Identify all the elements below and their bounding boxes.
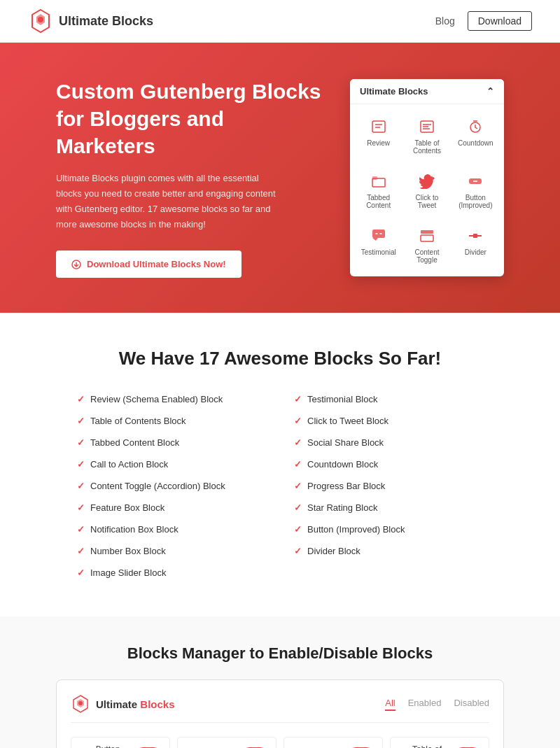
- blocks-list-section: We Have 17 Awesome Blocks So Far! ✓Revie…: [0, 313, 560, 616]
- block-item-col2-2: ✓Social Share Block: [294, 434, 483, 451]
- block-item-label: Countdown Block: [307, 459, 378, 470]
- block-item-label: Tabbed Content Block: [90, 437, 179, 448]
- toggle-item-progress-bar: Progress Bar: [284, 737, 383, 748]
- block-item-label: Feature Box Block: [90, 502, 164, 513]
- manager-logo-text: Ultimate Blocks: [96, 698, 175, 710]
- manager-tab-enabled[interactable]: Enabled: [408, 698, 442, 711]
- manager-card-header: Ultimate Blocks AllEnabledDisabled: [71, 694, 489, 723]
- hero-button-label: Download Ultimate Blocks Now!: [87, 259, 226, 269]
- check-icon: ✓: [77, 416, 85, 426]
- block-item-col1-1: ✓Table of Contents Block: [77, 412, 266, 430]
- block-item-col2-5: ✓Star Rating Block: [294, 499, 483, 516]
- tweet-icon: [417, 171, 437, 191]
- block-item-col1-5: ✓Feature Box Block: [77, 499, 266, 516]
- button-icon: [465, 171, 485, 191]
- svg-rect-11: [421, 230, 433, 234]
- toggle-item-divider: Divider: [177, 737, 276, 748]
- nav-blog-link[interactable]: Blog: [428, 13, 462, 29]
- block-item-col2-7: ✓Divider Block: [294, 542, 483, 560]
- manager-logo-red: Blocks: [140, 698, 174, 710]
- plugin-item-countdown[interactable]: Countdown: [454, 111, 497, 160]
- block-item-label: Image Slider Block: [90, 567, 166, 578]
- block-item-label: Notification Box Block: [90, 524, 178, 535]
- wordpress-icon: [71, 260, 81, 269]
- plugin-window-body: Review Table of Contents Countdown: [350, 104, 504, 276]
- plugin-item-tweet[interactable]: Click to Tweet: [405, 166, 448, 215]
- review-icon: [369, 117, 388, 136]
- plugin-window-header: Ultimate Blocks ⌃: [350, 79, 504, 104]
- toc-icon: [417, 117, 437, 136]
- toggle-label: Table of Contents: [399, 745, 455, 748]
- plugin-item-toggle[interactable]: Content Toggle: [405, 220, 448, 269]
- check-icon: ✓: [294, 437, 302, 448]
- hero-text: Custom Gutenberg Blocks for Bloggers and…: [56, 78, 329, 278]
- manager-tab-disabled[interactable]: Disabled: [454, 698, 489, 711]
- block-item-col1-8: ✓Image Slider Block: [77, 564, 266, 581]
- block-item-label: Review (Schema Enabled) Block: [90, 394, 223, 404]
- block-item-col1-2: ✓Tabbed Content Block: [77, 434, 266, 451]
- plugin-window-title: Ultimate Blocks: [360, 86, 428, 97]
- block-item-label: Social Share Block: [307, 437, 384, 448]
- check-icon: ✓: [77, 459, 85, 470]
- block-item-col2-6: ✓Button (Improved) Block: [294, 521, 483, 538]
- logo-icon: [28, 8, 53, 34]
- logo-text: Ultimate Blocks: [59, 14, 153, 29]
- toggle-label: Button (Improved): [80, 745, 136, 748]
- svg-rect-4: [372, 121, 385, 132]
- hero-section: Custom Gutenberg Blocks for Bloggers and…: [0, 43, 560, 313]
- nav-download-link[interactable]: Download: [468, 11, 532, 31]
- hero-description: Ultimate Blocks plugin comes with all th…: [56, 171, 280, 232]
- blocks-list-title: We Have 17 Awesome Blocks So Far!: [56, 348, 504, 369]
- check-icon: ✓: [294, 524, 302, 535]
- check-icon: ✓: [77, 546, 85, 556]
- check-icon: ✓: [77, 567, 85, 578]
- block-item-label: Star Rating Block: [307, 502, 377, 513]
- plugin-item-button[interactable]: Button (Improved): [454, 166, 497, 215]
- check-icon: ✓: [294, 481, 302, 491]
- block-item-col2-0: ✓Testimonial Block: [294, 390, 483, 408]
- tabbed-icon: [369, 171, 388, 191]
- check-icon: ✓: [77, 481, 85, 491]
- block-item-col1-0: ✓Review (Schema Enabled) Block: [77, 390, 266, 408]
- plugin-item-review[interactable]: Review: [357, 111, 400, 160]
- manager-logo-icon: [71, 694, 90, 714]
- check-icon: ✓: [77, 437, 85, 448]
- manager-tab-all[interactable]: All: [385, 698, 395, 711]
- block-item-label: Divider Block: [307, 546, 360, 556]
- block-item-col2-4: ✓Progress Bar Block: [294, 477, 483, 495]
- block-item-label: Click to Tweet Block: [307, 416, 388, 426]
- testimonial-icon: [369, 226, 388, 246]
- plugin-item-divider[interactable]: Divider: [454, 220, 497, 269]
- block-item-col1-3: ✓Call to Action Block: [77, 456, 266, 473]
- toggle-item-table-of-contents: Table of Contents: [390, 737, 489, 748]
- check-icon: ✓: [294, 546, 302, 556]
- block-item-label: Table of Contents Block: [90, 416, 186, 426]
- block-item-label: Content Toggle (Accordion) Block: [90, 481, 225, 491]
- manager-tabs: AllEnabledDisabled: [385, 698, 489, 711]
- block-item-col2-3: ✓Countdown Block: [294, 456, 483, 473]
- block-item-col2-empty: [294, 564, 483, 581]
- block-item-col1-7: ✓Number Box Block: [77, 542, 266, 560]
- plugin-window-chevron: ⌃: [486, 86, 494, 97]
- block-item-label: Testimonial Block: [307, 394, 377, 404]
- check-icon: ✓: [294, 416, 302, 426]
- block-item-col1-4: ✓Content Toggle (Accordion) Block: [77, 477, 266, 495]
- block-item-label: Call to Action Block: [90, 459, 168, 470]
- plugin-item-tabbed[interactable]: Tabbed Content: [357, 166, 400, 215]
- countdown-icon: [465, 117, 485, 136]
- svg-rect-12: [421, 235, 433, 241]
- svg-point-17: [78, 701, 83, 705]
- check-icon: ✓: [294, 394, 302, 404]
- manager-logo: Ultimate Blocks: [71, 694, 175, 714]
- divider-icon: [465, 226, 485, 246]
- hero-download-button[interactable]: Download Ultimate Blocks Now!: [56, 250, 241, 278]
- check-icon: ✓: [294, 502, 302, 513]
- plugin-item-toc[interactable]: Table of Contents: [405, 111, 448, 160]
- plugin-item-review-label: Review: [367, 139, 390, 147]
- plugin-item-tabbed-label: Tabbed Content: [360, 194, 397, 209]
- block-item-col2-1: ✓Click to Tweet Block: [294, 412, 483, 430]
- content-toggle-icon: [417, 226, 437, 246]
- plugin-item-toc-label: Table of Contents: [408, 139, 445, 155]
- plugin-item-testimonial[interactable]: Testimonial: [357, 220, 400, 269]
- plugin-item-countdown-label: Countdown: [458, 139, 493, 147]
